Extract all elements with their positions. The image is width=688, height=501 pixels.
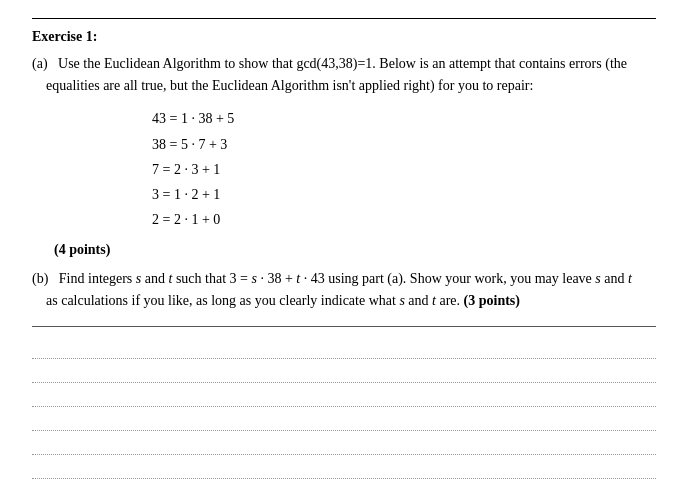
answer-line-2[interactable] xyxy=(32,361,656,383)
answer-line-3[interactable] xyxy=(32,385,656,407)
equation-2: 38 = 5 · 7 + 3 xyxy=(152,132,656,157)
part-a-section: (a) Use the Euclidean Algorithm to show … xyxy=(32,53,656,232)
answer-line-4[interactable] xyxy=(32,409,656,431)
answer-line-7[interactable] xyxy=(32,481,656,501)
equation-1: 43 = 1 · 38 + 5 xyxy=(152,106,656,131)
equations-block: 43 = 1 · 38 + 5 38 = 5 · 7 + 3 7 = 2 · 3… xyxy=(152,106,656,232)
answer-area xyxy=(32,337,656,501)
answer-line-1[interactable] xyxy=(32,337,656,359)
part-b-label: (b) xyxy=(32,271,48,286)
equation-3: 7 = 2 · 3 + 1 xyxy=(152,157,656,182)
part-a-label: (a) xyxy=(32,56,48,71)
answer-line-6[interactable] xyxy=(32,457,656,479)
part-b-text: Find integers s and t such that 3 = s · … xyxy=(32,271,632,308)
part-a-description: Use the Euclidean Algorithm to show that… xyxy=(32,56,627,93)
part-b-points: (3 points) xyxy=(464,293,520,308)
equation-5: 2 = 2 · 1 + 0 xyxy=(152,207,656,232)
equation-4: 3 = 1 · 2 + 1 xyxy=(152,182,656,207)
separator-rule xyxy=(32,326,656,327)
part-b-section: (b) Find integers s and t such that 3 = … xyxy=(32,268,656,311)
exercise-title: Exercise 1: xyxy=(32,29,656,45)
part-a-points: (4 points) xyxy=(32,242,656,258)
answer-line-5[interactable] xyxy=(32,433,656,455)
part-a-text: (a) Use the Euclidean Algorithm to show … xyxy=(32,53,656,96)
top-rule xyxy=(32,18,656,19)
